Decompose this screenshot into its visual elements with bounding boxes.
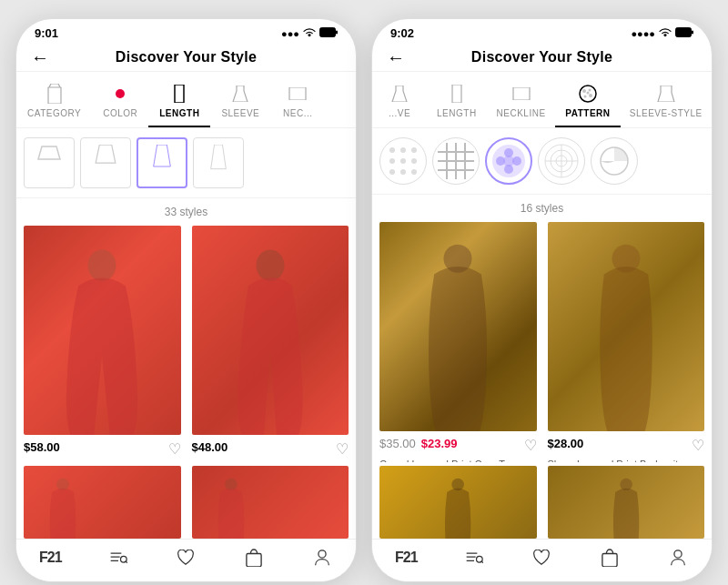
product-card-4[interactable]: $28.00 ♡ Sheer Leopard Print Bodysuit [548,222,705,462]
product-price-2: $48.00 [192,440,228,454]
product-info-1: $58.00 ♡ [24,435,181,459]
back-button-2[interactable]: ← [387,47,405,68]
tab-pattern-2[interactable]: PATTERN [555,79,620,127]
wishlist-button-4[interactable]: ♡ [692,437,704,454]
style-midi-1[interactable] [136,137,187,188]
tab-sleeve-label-1: SLEEVE [221,108,259,118]
tab-color-1[interactable]: COLOR [92,79,148,127]
product-info-4: $28.00 ♡ [548,431,705,456]
pattern-icon-2 [577,83,599,105]
thumb-2[interactable] [192,466,349,539]
svg-point-17 [588,89,591,92]
svg-point-9 [120,556,126,562]
phone-2: 9:02 ●●●● ← Discover Your Style [371,18,713,582]
status-time-1: 9:01 [35,26,58,40]
status-bar-2: 9:02 ●●●● [372,19,712,44]
svg-point-41 [503,156,514,166]
svg-line-10 [126,561,127,563]
header-2: ← Discover Your Style [372,44,712,72]
logo-nav-2[interactable]: F21 [388,550,424,566]
pattern-floral[interactable] [485,137,532,185]
wishlist-button-2[interactable]: ♡ [336,440,349,458]
search-nav-2[interactable] [456,550,492,566]
sleeve-icon [229,83,251,105]
thumb-1[interactable] [24,466,181,539]
product-price-1: $58.00 [24,440,60,454]
battery-icon-1 [319,27,338,39]
product-card-2[interactable]: $48.00 ♡ Strapless Bow Sheath Prom Dress [192,226,349,462]
svg-point-27 [389,169,395,175]
wifi-icon-1 [303,28,316,39]
page-title-2: Discover Your Style [471,49,612,66]
heart-nav-2[interactable] [523,550,560,566]
product-name-1: Off-the-Shoulder Flounce Mermaid Dress [24,461,181,462]
thumb-3[interactable] [379,466,537,539]
bag-nav-2[interactable] [592,549,628,567]
tab-neckline-label-2: NECKLINE [497,108,546,118]
tab-category-1[interactable]: CATEGORY [16,79,92,127]
style-maxi-1[interactable] [193,137,244,188]
wifi-icon-2 [659,28,672,39]
bottom-nav-1: F21 [16,539,356,581]
sale-price-3: $23.99 [421,437,458,450]
filter-tabs-2: ...VE LENGTH NECKLINE [372,72,712,128]
logo-nav-1[interactable]: F21 [32,550,68,566]
neckline-icon [287,83,308,105]
product-name-4: Sheer Leopard Print Bodysuit [548,458,705,462]
product-info-2: $48.00 ♡ [192,435,349,459]
status-time-2: 9:02 [390,26,414,40]
tab-category-label-1: CATEGORY [27,108,81,118]
heart-nav-1[interactable] [167,550,204,566]
style-mini-1[interactable] [24,137,75,188]
svg-point-12 [318,550,326,558]
pattern-plaid[interactable] [432,137,480,185]
status-icons-2: ●●●● [631,27,693,39]
tab-color-label-1: COLOR [103,108,137,118]
product-name-3: Caged Leopard Print Crop Top [379,458,537,462]
tab-sleeve-e-label: ...VE [389,108,410,118]
tab-sleeve-style-2[interactable]: SLEEVE-STYLE [621,79,712,127]
product-card-3[interactable]: $35.00 $23.99 ♡ Caged Leopard Print Crop… [379,222,537,462]
svg-point-25 [400,158,406,164]
tab-sleeve-1[interactable]: SLEEVE [210,79,270,127]
orig-price-3: $35.00 [379,437,416,450]
profile-nav-1[interactable] [304,549,340,567]
filter-tabs-1: CATEGORY COLOR LENGTH [16,72,356,128]
tab-neckline-1[interactable]: NEC... [270,79,325,127]
tab-sleeve-e-2[interactable]: ...VE [372,79,427,127]
price-row-3: $35.00 $23.99 [379,437,458,450]
svg-point-3 [256,249,284,281]
wishlist-button-3[interactable]: ♡ [524,437,537,454]
phone-1: 9:01 ●●● ← Discover Your Style [15,18,357,582]
tab-length-2[interactable]: LENGTH [427,79,487,127]
pattern-half[interactable] [591,137,638,185]
svg-rect-14 [692,31,693,35]
page-title-1: Discover Your Style [116,49,257,66]
tab-length-1[interactable]: LENGTH [148,79,210,127]
pattern-polka[interactable] [379,137,427,185]
phones-container: 9:01 ●●● ← Discover Your Style [0,0,728,585]
svg-rect-57 [602,554,617,567]
bottom-nav-2: F21 [372,539,712,581]
bag-nav-1[interactable] [236,549,272,567]
svg-point-28 [400,169,406,175]
product-card-1[interactable]: $58.00 ♡ Off-the-Shoulder Flounce Mermai… [24,226,181,462]
tab-neckline-2[interactable]: NECKLINE [487,79,556,127]
product-info-3: $35.00 $23.99 ♡ [379,431,537,456]
status-bar-1: 9:01 ●●● [16,19,356,44]
style-short-1[interactable] [80,137,131,188]
search-nav-1[interactable] [100,550,136,566]
svg-point-2 [88,249,116,281]
product-grid-1: $58.00 ♡ Off-the-Shoulder Flounce Mermai… [16,226,356,462]
wishlist-button-1[interactable]: ♡ [168,440,181,458]
product-grid-2: $35.00 $23.99 ♡ Caged Leopard Print Crop… [372,222,712,462]
back-button-1[interactable]: ← [31,47,49,68]
pattern-circular[interactable] [538,137,585,185]
svg-line-56 [481,561,483,563]
thumb-row-2 [372,466,712,539]
svg-point-23 [411,147,417,153]
product-name-2: Strapless Bow Sheath Prom Dress [192,461,349,462]
battery-icon-2 [675,27,693,39]
profile-nav-2[interactable] [660,549,696,567]
thumb-4[interactable] [548,466,705,539]
